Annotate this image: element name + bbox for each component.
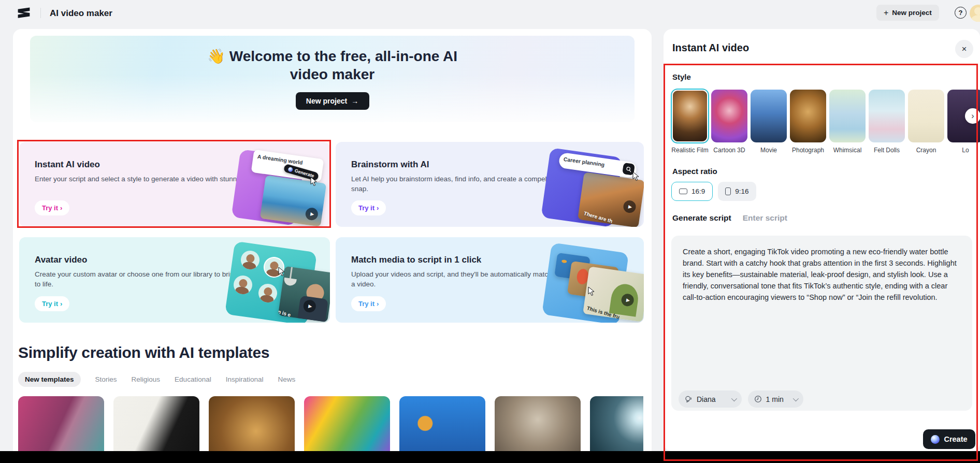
plus-icon: + <box>884 8 888 18</box>
tab-inspirational[interactable]: Inspirational <box>226 375 264 383</box>
script-text[interactable]: Create a short, engaging TikTok video pr… <box>683 246 961 303</box>
tab-news[interactable]: News <box>278 375 295 383</box>
carousel-next-icon[interactable]: › <box>965 108 980 124</box>
templates-heading: Simplify creation with AI templates <box>18 344 269 361</box>
cursor-icon <box>632 172 640 181</box>
try-it-button[interactable]: Try it › <box>351 200 386 215</box>
card-title: Match media to script in 1 click <box>351 255 481 265</box>
style-realistic-film[interactable]: Realistic Film <box>671 90 709 154</box>
card-match-media[interactable]: Match media to script in 1 click Upload … <box>336 237 644 323</box>
bottom-black-bar <box>0 451 980 463</box>
card-title: Brainstorm with AI <box>351 160 429 170</box>
create-button[interactable]: Create <box>923 429 975 449</box>
style-whimsical[interactable]: Whimsical <box>829 90 866 154</box>
try-it-button[interactable]: Try it › <box>351 296 386 311</box>
instant-ai-video-panel: Instant AI video × Style Realistic Film … <box>664 29 980 451</box>
templates-tabs: New templates Stories Religious Educatio… <box>18 372 295 387</box>
style-movie[interactable]: Movie <box>750 90 787 154</box>
welcome-banner: 👋Welcome to the free, all-in-one AI vide… <box>30 36 635 122</box>
landscape-icon <box>679 189 687 194</box>
banner-new-project-button[interactable]: New project → <box>296 92 369 110</box>
cursor-icon <box>278 267 285 277</box>
ratio-9-16-button[interactable]: 9:16 <box>718 182 756 201</box>
cursor-icon <box>588 287 595 296</box>
style-photograph[interactable]: Photograph <box>789 90 827 154</box>
ratio-16-9-button[interactable]: 16:9 <box>671 182 713 201</box>
voice-dropdown[interactable]: Diana <box>679 390 742 408</box>
script-tabs: Generate script Enter script <box>672 213 787 223</box>
capcut-logo-icon[interactable] <box>17 6 31 20</box>
main-content: 👋Welcome to the free, all-in-one AI vide… <box>13 29 652 463</box>
tab-educational[interactable]: Educational <box>175 375 211 383</box>
try-it-button[interactable]: Try it › <box>35 200 69 215</box>
card-illustration: ▶ Silicon is e <box>211 237 330 323</box>
voice-icon <box>685 395 693 403</box>
ai-sphere-icon <box>287 166 293 172</box>
portrait-icon <box>725 187 731 195</box>
chevron-right-icon: › <box>377 300 379 308</box>
card-illustration: ▶ This is the fru <box>525 237 644 323</box>
user-avatar[interactable] <box>970 5 980 22</box>
new-project-button[interactable]: + New project <box>876 5 939 21</box>
card-illustration: ▶ A dreaming world Generate <box>211 142 330 227</box>
card-instant-ai-video[interactable]: Instant AI video Enter your script and s… <box>19 142 330 227</box>
chevron-right-icon: › <box>60 300 62 308</box>
style-felt-dolls[interactable]: Felt Dolls <box>868 90 905 154</box>
close-icon[interactable]: × <box>955 40 973 58</box>
tab-religious[interactable]: Religious <box>132 375 161 383</box>
script-options: Diana 1 min <box>679 390 803 408</box>
tab-enter-script[interactable]: Enter script <box>743 213 787 223</box>
chevron-right-icon: › <box>377 204 379 212</box>
try-it-button[interactable]: Try it › <box>35 296 69 311</box>
card-brainstorm-ai[interactable]: Brainstorm with AI Let AI help you brain… <box>336 142 644 227</box>
play-icon: ▶ <box>623 200 637 214</box>
help-icon[interactable]: ? <box>955 7 967 19</box>
chevron-down-icon <box>731 395 737 401</box>
cursor-icon <box>310 177 318 186</box>
chevron-right-icon: › <box>60 204 62 212</box>
card-avatar-video[interactable]: Avatar video Create your custom avatar o… <box>19 237 330 323</box>
style-carousel: Realistic Film Cartoon 3D Movie Photogra… <box>671 90 980 154</box>
tab-generate-script[interactable]: Generate script <box>672 213 731 223</box>
script-input-area[interactable]: Create a short, engaging TikTok video pr… <box>671 236 972 411</box>
welcome-title: 👋Welcome to the free, all-in-one AI vide… <box>30 47 635 83</box>
topbar-divider <box>40 8 41 18</box>
new-project-label: New project <box>892 9 932 17</box>
play-icon: ▶ <box>305 207 319 221</box>
arrow-right-icon: → <box>351 97 358 105</box>
page-title: AI video maker <box>50 8 112 19</box>
app-window: AI video maker + New project ? 👋Welcome … <box>0 0 980 463</box>
duration-dropdown[interactable]: 1 min <box>748 390 803 408</box>
card-title: Instant AI video <box>35 160 100 170</box>
style-label: Style <box>672 73 691 81</box>
top-bar: AI video maker + New project ? <box>0 0 980 26</box>
clock-icon <box>754 395 762 403</box>
style-crayon[interactable]: Crayon <box>907 90 945 154</box>
ai-sphere-icon <box>931 435 940 444</box>
card-title: Avatar video <box>35 255 87 265</box>
tab-new-templates[interactable]: New templates <box>18 372 81 387</box>
chevron-down-icon <box>793 395 799 401</box>
aspect-ratio-label: Aspect ratio <box>672 167 717 176</box>
card-illustration: ▶ There are th Career planning <box>525 142 644 227</box>
wave-emoji: 👋 <box>207 48 225 64</box>
tab-stories[interactable]: Stories <box>95 375 117 383</box>
panel-title: Instant AI video <box>672 42 749 54</box>
style-cartoon-3d[interactable]: Cartoon 3D <box>711 90 748 154</box>
aspect-ratio-group: 16:9 9:16 <box>671 182 756 201</box>
